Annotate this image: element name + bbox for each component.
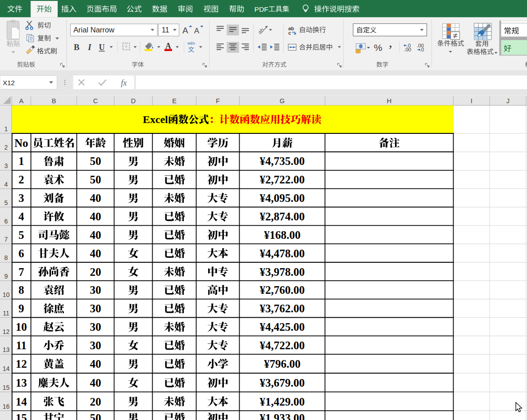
svg-text:¥4,722.00: ¥4,722.00 [260, 339, 305, 352]
svg-text:.00: .00 [404, 47, 411, 52]
svg-text:U: U [99, 43, 105, 52]
svg-text:B: B [74, 42, 80, 52]
svg-text:¥3,762.00: ¥3,762.00 [260, 302, 305, 315]
svg-text:7: 7 [18, 266, 24, 278]
svg-text:40: 40 [90, 377, 101, 389]
svg-text:12: 12 [3, 328, 10, 335]
svg-text:40: 40 [90, 192, 101, 204]
svg-text:50: 50 [90, 155, 101, 167]
svg-text:PDF: PDF [254, 5, 268, 13]
svg-text:8: 8 [5, 254, 8, 261]
svg-text:A: A [19, 97, 23, 105]
svg-text:11: 11 [162, 26, 169, 34]
svg-text:11: 11 [16, 339, 27, 352]
svg-text:5: 5 [5, 199, 8, 206]
svg-text:G: G [280, 97, 285, 105]
svg-text:4: 4 [5, 181, 8, 188]
svg-text:30: 30 [90, 284, 101, 296]
svg-text:¥2,722.00: ¥2,722.00 [260, 173, 305, 186]
svg-text:14: 14 [3, 365, 10, 372]
svg-text:c: c [288, 30, 291, 36]
svg-text:Arial Narrow: Arial Narrow [73, 26, 114, 34]
svg-text:1: 1 [5, 125, 8, 132]
svg-text:7: 7 [5, 236, 8, 243]
svg-text:50: 50 [90, 412, 101, 420]
svg-text:¥2,874.00: ¥2,874.00 [260, 210, 305, 223]
svg-text:9: 9 [5, 273, 8, 280]
svg-text:B: B [52, 97, 56, 105]
svg-text:16: 16 [3, 403, 10, 410]
svg-text:wén: wén [187, 41, 195, 46]
svg-text:9: 9 [18, 302, 24, 315]
svg-text:A: A [194, 27, 200, 35]
svg-text:3: 3 [18, 192, 24, 204]
svg-text:¥796.00: ¥796.00 [264, 358, 300, 370]
svg-text:13: 13 [3, 346, 10, 353]
svg-text:F: F [216, 97, 220, 105]
svg-text:6: 6 [5, 218, 8, 225]
svg-text:I: I [87, 42, 91, 52]
svg-text:1: 1 [18, 155, 24, 167]
svg-text:8: 8 [18, 284, 24, 296]
svg-text:%: % [374, 42, 382, 53]
svg-text:10: 10 [16, 321, 27, 333]
svg-text:50: 50 [90, 173, 101, 186]
svg-text:X12: X12 [3, 79, 15, 87]
svg-text:¥4,478.00: ¥4,478.00 [260, 247, 305, 260]
svg-text:No: No [14, 137, 28, 149]
svg-text:H: H [387, 97, 391, 105]
svg-text:4: 4 [18, 210, 24, 223]
svg-text:40: 40 [90, 210, 101, 223]
svg-text:¥2,760.00: ¥2,760.00 [260, 284, 305, 296]
svg-text:3: 3 [5, 162, 8, 169]
svg-text:10: 10 [3, 291, 10, 298]
svg-text:¥1,429.00: ¥1,429.00 [260, 396, 305, 408]
svg-text:30: 30 [90, 339, 101, 352]
svg-text:,: , [389, 35, 392, 50]
svg-text:11: 11 [3, 310, 9, 317]
svg-text:¥1,933.00: ¥1,933.00 [260, 412, 305, 420]
svg-text:5: 5 [18, 229, 24, 241]
svg-text:A: A [182, 26, 188, 35]
svg-text:J: J [506, 97, 509, 105]
svg-text:30: 30 [90, 302, 101, 315]
svg-text:¥4,735.00: ¥4,735.00 [260, 155, 305, 167]
svg-text:C: C [93, 97, 98, 105]
svg-text:6: 6 [18, 247, 24, 260]
svg-text:15: 15 [3, 384, 10, 391]
svg-text:14: 14 [16, 396, 27, 408]
svg-text:2: 2 [5, 144, 8, 151]
svg-text:fx: fx [121, 78, 127, 87]
svg-text:¥4,095.00: ¥4,095.00 [260, 192, 305, 204]
svg-text:12: 12 [16, 358, 27, 370]
svg-text:¥3,679.00: ¥3,679.00 [260, 377, 305, 389]
svg-text:13: 13 [16, 377, 27, 389]
svg-text:I: I [471, 97, 472, 105]
svg-text:¥3,978.00: ¥3,978.00 [260, 266, 305, 278]
svg-text:20: 20 [90, 396, 101, 408]
svg-text:2: 2 [18, 173, 24, 186]
svg-text:¥168.00: ¥168.00 [264, 229, 300, 241]
svg-text:A: A [165, 41, 171, 50]
svg-text:30: 30 [90, 321, 101, 333]
svg-text:20: 20 [90, 266, 101, 278]
svg-text:Excel: Excel [143, 114, 168, 125]
svg-text:40: 40 [90, 229, 101, 241]
svg-text:15: 15 [16, 412, 27, 420]
svg-text:¥4,425.00: ¥4,425.00 [260, 321, 305, 333]
svg-text:40: 40 [90, 358, 101, 370]
svg-text:D: D [131, 97, 136, 105]
svg-text:40: 40 [90, 247, 101, 260]
svg-text:E: E [172, 97, 177, 105]
